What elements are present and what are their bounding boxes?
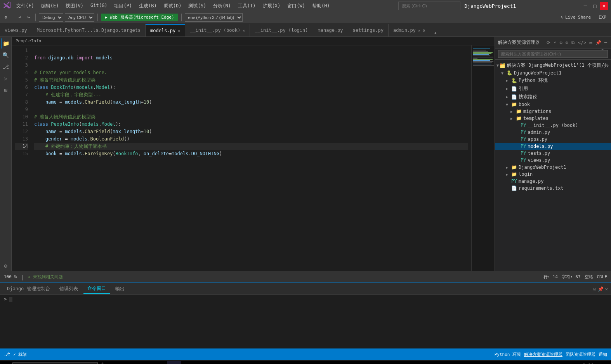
sidebar-extensions-icon[interactable]: ⊞ — [1, 85, 11, 95]
panel-settings-icon[interactable]: ⚙ — [559, 39, 563, 46]
vs-blue-taskbar-icon[interactable] — [152, 361, 166, 364]
settings-icon[interactable]: ⚙ — [423, 28, 425, 33]
tab-models-py[interactable]: models.py ✕ — [146, 24, 185, 36]
tab-cmd-window[interactable]: 命令窗口 — [83, 284, 110, 294]
tree-search-path[interactable]: ▶ 📄 搜索路径 — [495, 93, 611, 101]
tree-templates[interactable]: ▶ 📁 templates — [495, 115, 611, 122]
maximize-button[interactable]: □ — [591, 2, 599, 10]
tab-settings-py[interactable]: settings.py — [348, 24, 389, 36]
panel-float-icon[interactable]: ⊡ — [594, 286, 596, 292]
menu-file[interactable]: 文件(F) — [13, 2, 37, 10]
tree-apps-py[interactable]: ▶ PY apps.py — [495, 136, 611, 143]
close-models-tab[interactable]: ✕ — [178, 29, 180, 33]
menu-extensions[interactable]: 扩展(X) — [260, 2, 284, 10]
menu-project[interactable]: 项目(P) — [111, 2, 135, 10]
panel-split-icon[interactable]: ▭ — [589, 39, 593, 46]
tab-manage-py[interactable]: manage.py — [313, 24, 348, 36]
panel-pin-icon[interactable]: 📌 — [595, 39, 602, 46]
global-search-input[interactable] — [398, 2, 460, 10]
close-init-book-tab[interactable]: ✕ — [243, 28, 245, 33]
menu-build[interactable]: 生成(B) — [136, 2, 160, 10]
live-share-button[interactable]: ⇆ Live Share — [561, 15, 591, 20]
new-button[interactable]: ⊕ — [2, 14, 10, 21]
panel-home-icon[interactable]: ⌂ — [553, 39, 557, 46]
code-line-13: gender = models.BooleanField() — [34, 135, 468, 143]
code-line-9 — [34, 106, 468, 113]
run-button[interactable]: ▶ Web 服务器(Microsoft Edge) — [101, 14, 178, 21]
panel-close-icon[interactable]: ✕ — [605, 286, 608, 292]
tree-requirements-txt[interactable]: ▶ 📄 requirements.txt — [495, 185, 611, 192]
code-line-7: # 创建字段，字段类型... — [34, 91, 468, 99]
menu-view[interactable]: 视图(V) — [62, 2, 87, 10]
tree-migrations[interactable]: ▶ 📁 migrations — [495, 108, 611, 115]
edge-taskbar-icon[interactable] — [108, 361, 122, 364]
tab-errors[interactable]: 错误列表 — [56, 284, 82, 294]
solution-search-input[interactable] — [498, 50, 608, 58]
panel-pin2-icon[interactable]: 📌 — [598, 286, 604, 292]
env-dropdown[interactable]: env (Python 3.7 (64-bit)) — [185, 13, 243, 22]
tree-references[interactable]: ▶ 📄 引用 — [495, 85, 611, 93]
python-env-status[interactable]: Python 环境 — [495, 352, 521, 357]
tree-views-py[interactable]: ▶ PY views.py — [495, 157, 611, 164]
menu-debug[interactable]: 调试(D) — [161, 2, 185, 10]
exp-button[interactable]: EXP — [596, 14, 609, 21]
menu-tools[interactable]: 工具(T) — [235, 2, 259, 10]
tree-book-folder[interactable]: ▼ 📁 book — [495, 101, 611, 108]
code-editor[interactable]: from django.db import models # Create yo… — [31, 45, 471, 271]
tree-python-env[interactable]: ▶ 🐍 Python 环境 — [495, 76, 611, 85]
tree-models-py[interactable]: ▶ PY models.py — [495, 143, 611, 150]
tab-targets[interactable]: Microsoft.PythonT...ls.Django.targets — [32, 24, 146, 36]
cpu-dropdown[interactable]: Any CPU — [65, 13, 94, 22]
menu-git[interactable]: Git(G) — [87, 2, 110, 10]
add-tab-button[interactable]: + — [432, 30, 439, 36]
panel-code-icon[interactable]: </> — [577, 39, 587, 46]
undo-button[interactable]: ↩ — [16, 14, 24, 21]
tree-admin-py[interactable]: ▶ PY admin.py — [495, 129, 611, 136]
explorer-taskbar-icon[interactable] — [123, 361, 137, 364]
close-admin-tab[interactable]: ✕ — [418, 28, 420, 33]
sidebar-debug-icon[interactable]: ▷ — [1, 73, 11, 83]
tree-login-folder[interactable]: ▶ 📁 login — [495, 171, 611, 178]
tree-solution[interactable]: ▼ 🗂️ 解决方案'DjangoWebProject1'(1 个项目/共 1 个… — [495, 61, 611, 69]
sidebar-settings-icon[interactable]: ⚙ — [1, 261, 11, 271]
taskbar-search-container[interactable]: 🔍 在这里输入你要搜索的内容 — [12, 362, 98, 364]
mail-taskbar-icon[interactable] — [137, 361, 151, 364]
tab-output[interactable]: 输出 — [111, 284, 128, 294]
close-button[interactable]: ✕ — [600, 2, 608, 10]
menu-help[interactable]: 帮助(H) — [309, 2, 333, 10]
code-container[interactable]: 1 2 3 4 5 6 7 8 9 10 11 12 13 14 15 from… — [12, 45, 495, 271]
debug-dropdown[interactable]: Debug — [39, 13, 63, 22]
sidebar-git-icon[interactable]: ⎇ — [1, 62, 11, 72]
tab-admin-py[interactable]: admin.py ✕ ⚙ — [389, 24, 430, 36]
tree-django-subfolder[interactable]: ▶ 📁 DjangoWebProject1 — [495, 164, 611, 171]
tree-tests-py[interactable]: ▶ PY tests.py — [495, 150, 611, 157]
code-line-2: from django.db import models — [34, 54, 468, 62]
task-view-button[interactable]: ⊡ — [101, 362, 104, 364]
tree-manage-py[interactable]: ▶ PY manage.py — [495, 178, 611, 185]
tab-views-py[interactable]: views.py — [0, 24, 32, 36]
python-env-icon: 🐍 — [511, 78, 517, 83]
tab-init-login[interactable]: __init__.py (login) — [250, 24, 313, 36]
tree-init-book[interactable]: ▶ PY __init__.py (book) — [495, 122, 611, 129]
panel-new-icon[interactable]: ⊕ — [565, 39, 569, 46]
notification-status[interactable]: 通知 — [599, 352, 607, 357]
minimize-button[interactable]: ─ — [581, 2, 589, 10]
panel-filter-icon[interactable]: ⧉ — [571, 39, 576, 46]
sidebar-search-icon[interactable]: 🔍 — [1, 50, 11, 60]
cmd-window-content[interactable]: > — [0, 295, 611, 348]
sidebar-explorer-icon[interactable]: 📁 — [1, 38, 11, 49]
menu-test[interactable]: 测试(S) — [185, 2, 209, 10]
solution-explorer-status[interactable]: 解决方案资源管理器 — [524, 352, 562, 357]
menu-edit[interactable]: 编辑(E) — [38, 2, 62, 10]
menu-window[interactable]: 窗口(W) — [284, 2, 308, 10]
panel-minimize-icon[interactable]: ─ — [604, 39, 608, 46]
redo-button[interactable]: ↪ — [25, 14, 32, 21]
team-explorer-status[interactable]: 团队资源管理器 — [566, 352, 595, 357]
vs-purple-taskbar-icon[interactable] — [167, 361, 181, 364]
tree-project[interactable]: ▼ 🐍 DjangoWebProject1 — [495, 69, 611, 76]
apps-py-label: apps.py — [528, 137, 547, 142]
tab-init-book[interactable]: __init__.py (book) ✕ — [185, 24, 250, 36]
panel-sync-icon[interactable]: ⟳ — [546, 39, 551, 46]
menu-analyze[interactable]: 分析(N) — [210, 2, 234, 10]
tab-django-console[interactable]: Django 管理控制台 — [3, 284, 54, 294]
